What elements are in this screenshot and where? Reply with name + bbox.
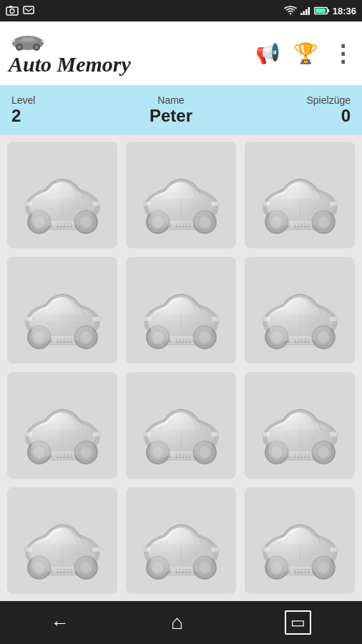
svg-rect-75 [211,317,218,322]
svg-rect-74 [144,317,151,322]
status-time: 18:36 [333,6,356,16]
moves-value: 0 [341,106,351,126]
svg-point-73 [199,332,210,343]
info-bar: Level 2 Name Peter Spielzüge 0 [0,86,362,135]
card-car-icon: AB 12222 N [253,265,347,356]
name-col: Name Peter [35,94,306,126]
svg-rect-89 [283,323,290,325]
svg-point-47 [270,217,282,228]
trophy-button[interactable]: 🏆 [293,42,318,65]
svg-point-121 [318,447,329,459]
svg-rect-17 [41,39,44,42]
card-4[interactable]: AB 12222 N [7,257,117,364]
svg-rect-159 [330,547,337,552]
svg-rect-30 [72,208,79,210]
svg-point-131 [33,562,44,574]
status-bar: 18:36 [0,0,362,21]
svg-point-107 [152,447,163,459]
svg-point-37 [199,217,210,228]
app-logo: Auto Memory [9,31,255,77]
svg-rect-102 [72,438,79,440]
level-value: 2 [11,106,21,126]
card-9[interactable]: AB 12222 N [245,372,355,479]
svg-rect-101 [45,438,52,440]
svg-point-13 [18,45,21,49]
svg-point-157 [318,562,329,574]
svg-rect-41 [164,208,171,210]
wifi-status-icon [284,6,297,16]
svg-rect-66 [72,323,79,325]
card-car-icon: AB 12222 N [134,380,228,471]
card-car-icon: AB 12222 N [16,380,109,471]
card-5[interactable]: AB 12222 N [126,257,236,364]
svg-rect-126 [309,438,316,440]
svg-rect-113 [164,438,171,440]
game-area: AB 12222 N [0,135,362,601]
svg-rect-125 [283,438,290,440]
svg-point-155 [270,562,282,574]
moves-label: Spielzüge [307,94,351,106]
app-bar: Auto Memory 📢 🏆 ⋮ [0,21,362,86]
app-title: Auto Memory [9,52,131,77]
card-6[interactable]: AB 12222 N [245,257,355,364]
card-grid: AB 12222 N [7,142,355,594]
svg-point-95 [33,447,44,459]
svg-rect-54 [309,208,316,210]
svg-rect-38 [144,202,151,207]
svg-rect-50 [263,202,270,207]
status-bar-right: 18:36 [284,6,356,16]
svg-rect-138 [72,553,79,555]
level-col: Level 2 [11,94,35,126]
svg-rect-123 [330,432,337,437]
svg-rect-122 [263,432,270,437]
level-label: Level [11,94,35,106]
card-car-icon: AB 12222 N [134,150,228,240]
card-7[interactable]: AB 12222 N [7,372,117,479]
card-8[interactable]: AB 12222 N [126,372,236,479]
svg-rect-42 [190,208,197,210]
svg-point-61 [80,332,92,343]
name-value: Peter [150,106,192,126]
card-11[interactable]: AB 12222 N [126,487,236,594]
svg-rect-110 [144,432,151,437]
svg-rect-149 [164,553,171,555]
card-3[interactable]: AB 12222 N [245,142,355,248]
svg-rect-16 [13,39,15,42]
svg-rect-135 [92,547,99,552]
svg-rect-98 [25,432,32,437]
svg-rect-39 [211,202,218,207]
card-12[interactable]: AB 12222 N [245,487,355,594]
svg-rect-77 [164,323,171,325]
svg-rect-29 [45,208,52,210]
svg-rect-86 [263,317,270,322]
card-1[interactable]: AB 12222 N [7,142,117,248]
svg-rect-114 [190,438,197,440]
more-options-button[interactable]: ⋮ [331,40,353,67]
recent-button[interactable]: ▭ [285,610,311,635]
svg-rect-147 [211,547,218,552]
svg-rect-18 [23,37,33,42]
svg-rect-87 [330,317,337,322]
svg-rect-53 [283,208,290,210]
svg-rect-51 [330,202,337,207]
card-car-icon: AB 12222 N [16,495,109,586]
bottom-nav: ← ⌂ ▭ [0,601,362,644]
car-logo-icon [9,31,48,52]
svg-rect-27 [92,202,99,207]
megaphone-button[interactable]: 📢 [255,42,280,65]
svg-rect-137 [45,553,52,555]
svg-rect-78 [190,323,197,325]
back-button[interactable]: ← [51,612,69,634]
card-2[interactable]: AB 12222 N [126,142,236,248]
svg-rect-150 [190,553,197,555]
home-button[interactable]: ⌂ [171,611,183,634]
svg-rect-7 [308,7,310,15]
svg-point-143 [152,562,163,574]
svg-rect-26 [25,202,32,207]
svg-rect-146 [144,547,151,552]
svg-point-35 [152,217,163,228]
signal-icon [300,6,311,16]
card-10[interactable]: AB 12222 N [7,487,117,594]
svg-point-85 [318,332,329,343]
svg-point-1 [10,9,14,14]
